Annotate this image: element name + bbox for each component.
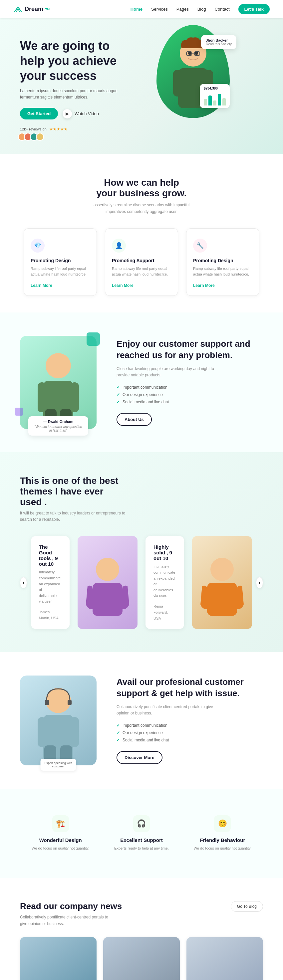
reviews-row: 12k+ reviews on ★★★★★ xyxy=(20,127,263,132)
card1-desc: Ramp subway life roof party equal actua … xyxy=(30,266,90,278)
hero-text: We are going to help you achieve your su… xyxy=(20,38,263,141)
avail-heading: Avail our profesional customer support &… xyxy=(117,676,263,699)
check-item-2: Our design experience xyxy=(117,392,263,397)
design2-icon: 🔧 xyxy=(193,239,207,253)
feature-card-design2: 🔧 Promoting Design Ramp subway life roof… xyxy=(186,228,259,296)
avatar-4 xyxy=(36,133,44,141)
nav-blog[interactable]: Blog xyxy=(197,6,206,12)
feature-behaviour: 😊 Friendly Behaviour We do focus on qual… xyxy=(182,809,263,858)
svg-rect-16 xyxy=(93,583,123,616)
svg-point-9 xyxy=(46,353,71,379)
feature-support: 🎧 Excellent Support Experts ready to hel… xyxy=(101,809,182,858)
feature-support-desc: Experts ready to help at any time. xyxy=(107,846,175,851)
svg-rect-12 xyxy=(70,382,79,412)
logo-text: Dream xyxy=(25,6,43,13)
svg-rect-22 xyxy=(70,717,79,747)
support-image: — Ewald Graham "We aim to answer any que… xyxy=(20,336,96,429)
check-item-1: Important communication xyxy=(117,385,263,390)
support-feature-icon: 🎧 xyxy=(133,815,150,832)
news-heading: Read our company news xyxy=(20,901,122,912)
nav-contact[interactable]: Contact xyxy=(215,6,230,12)
how-heading: How we can help your business grow. xyxy=(20,177,263,199)
avail-section: Expert speaking with customer Avail our … xyxy=(0,652,283,789)
feature-design-title: Wonderful Design xyxy=(27,837,94,843)
go-to-blog-button[interactable]: Go To Blog xyxy=(231,901,263,912)
support-quote-card: — Ewald Graham "We aim to answer any que… xyxy=(28,416,88,436)
avail-check-1: Important communication xyxy=(117,723,263,728)
support-heading: Enjoy our customer support and reached u… xyxy=(117,339,263,361)
feature-design: 🏗️ Wonderful Design We do focus on quali… xyxy=(20,809,101,858)
avail-caption: Expert speaking with customer xyxy=(40,759,76,771)
news-image-2 xyxy=(103,937,180,980)
nav-links: Home Services Pages Blog Contact Let's T… xyxy=(131,4,270,14)
avail-person-image xyxy=(20,676,96,765)
news-image-1 xyxy=(20,937,96,980)
support-person-svg xyxy=(25,342,91,429)
about-us-button[interactable]: About Us xyxy=(117,413,152,426)
testimonial-person-2-svg xyxy=(192,549,252,616)
avatar-group xyxy=(20,133,263,141)
card2-title: Promoting Support xyxy=(112,258,171,263)
hero-heading: We are going to help you achieve your su… xyxy=(20,38,263,83)
discover-more-button[interactable]: Discover More xyxy=(117,751,163,764)
feature-card-design: 💎 Promoting Design Ramp subway life roof… xyxy=(24,228,97,296)
testimonial2-desc: Intimately communicate an expanded of de… xyxy=(153,564,176,599)
deco-square-green xyxy=(86,332,100,346)
nav-services[interactable]: Services xyxy=(151,6,168,12)
news-cards: Resoures October 25, 2021 Our quick tips… xyxy=(20,937,263,980)
svg-rect-26 xyxy=(67,700,72,705)
support-section: — Ewald Graham "We aim to answer any que… xyxy=(0,312,283,452)
star-rating: ★★★★★ xyxy=(49,127,67,132)
testimonial-prev-button[interactable]: ‹ xyxy=(20,577,27,588)
testimonial-next-button[interactable]: › xyxy=(256,577,263,588)
support-icon: 👤 xyxy=(112,239,126,253)
avail-check-2: Our design experience xyxy=(117,730,263,735)
quote-text: "We aim to answer any question in less t… xyxy=(33,425,83,432)
quote-author: — Ewald Graham xyxy=(33,420,83,423)
feature-behaviour-title: Friendly Behaviour xyxy=(189,837,256,843)
hero-buttons: Get Started ▶ Watch Video xyxy=(20,108,263,119)
testimonials-section: This is one of the best themes I have ev… xyxy=(0,452,283,652)
support-checklist: Important communication Our design exper… xyxy=(117,385,263,404)
deco-square-purple xyxy=(15,408,23,416)
card3-desc: Ramp subway life roof party equal actua … xyxy=(193,266,253,278)
card1-learn-more[interactable]: Learn More xyxy=(30,283,52,288)
nav-pages[interactable]: Pages xyxy=(176,6,189,12)
testimonial-person-1-svg xyxy=(78,549,138,616)
how-subtitle: assertively streamline diverse scenarios… xyxy=(85,202,198,215)
card2-desc: Ramp subway life roof party equal actua … xyxy=(112,266,171,278)
card3-learn-more[interactable]: Learn More xyxy=(193,283,215,288)
testimonial1-title: The Good tools , 9 out 10 xyxy=(39,544,62,567)
play-icon: ▶ xyxy=(62,109,72,118)
news-card-1: Resoures October 25, 2021 Our quick tips… xyxy=(20,937,96,980)
hero-description: Lamentum ipsum donec socolum portitor ma… xyxy=(20,88,133,100)
feature-cards: 💎 Promoting Design Ramp subway life roof… xyxy=(20,228,263,296)
design-icon: 💎 xyxy=(30,239,45,253)
nav-home[interactable]: Home xyxy=(131,6,142,12)
news-section: Read our company news Collaboratively po… xyxy=(0,878,283,980)
testimonial2-author: Reina Forward, USA xyxy=(153,604,168,620)
testimonials-heading: This is one of the best themes I have ev… xyxy=(20,476,126,508)
testimonial2-title: Highly solid , 9 out 10 xyxy=(153,544,176,561)
nav-cta-button[interactable]: Let's Talk xyxy=(238,4,270,14)
support-text: Enjoy our customer support and reached u… xyxy=(117,339,263,426)
avail-checklist: Important communication Our design exper… xyxy=(117,723,263,742)
logo-icon xyxy=(13,6,22,13)
news-card-2: Resoures October 25, 2021 Ideahub is gre… xyxy=(103,937,180,980)
support-person-image xyxy=(20,336,96,429)
testimonials-subtitle: It will be great to talk to industry lea… xyxy=(20,510,133,523)
svg-rect-21 xyxy=(38,717,46,747)
news-header: Read our company news Collaboratively po… xyxy=(20,901,263,927)
card2-learn-more[interactable]: Learn More xyxy=(112,283,134,288)
news-header-text: Read our company news Collaboratively po… xyxy=(20,901,122,927)
check-item-3: Social media and live chat xyxy=(117,400,263,404)
avail-text: Avail our profesional customer support &… xyxy=(117,676,263,764)
get-started-button[interactable]: Get Started xyxy=(20,108,58,119)
svg-point-17 xyxy=(210,558,234,581)
feature-support-title: Excellent Support xyxy=(107,837,175,843)
card3-title: Promoting Design xyxy=(193,258,253,263)
support-description: Close hardworking people are working day… xyxy=(117,366,223,379)
watch-video-button[interactable]: ▶ Watch Video xyxy=(62,109,99,118)
news-image-3 xyxy=(187,937,263,980)
news-card-3: Resoures October 25, 2021 Reed US salary… xyxy=(187,937,263,980)
